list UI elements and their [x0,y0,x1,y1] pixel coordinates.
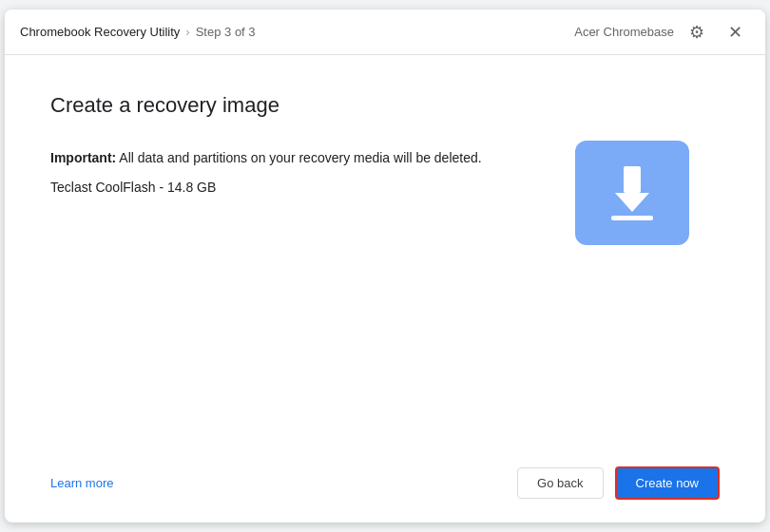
important-message: All data and partitions on your recovery… [116,150,481,165]
close-button[interactable]: ✕ [720,17,750,48]
close-icon: ✕ [728,22,742,43]
important-label: Important: [50,150,116,165]
app-window: Chromebook Recovery Utility › Step 3 of … [5,10,765,522]
device-name: Acer Chromebase [574,25,674,39]
footer: Learn more Go back Create now [5,451,765,522]
download-icon [611,166,653,220]
arrow-line [611,216,653,220]
breadcrumb-separator: › [185,25,189,39]
titlebar-right: Acer Chromebase ⚙ ✕ [574,17,750,48]
learn-more-link[interactable]: Learn more [50,476,113,490]
footer-buttons: Go back Create now [517,466,720,500]
arrow-shaft [624,166,641,193]
arrow-head [615,193,649,212]
step-indicator: Step 3 of 3 [196,25,256,39]
gear-icon: ⚙ [689,22,704,43]
go-back-button[interactable]: Go back [517,467,603,499]
titlebar-left: Chromebook Recovery Utility › Step 3 of … [20,25,256,39]
page-title: Create a recovery image [50,93,720,118]
settings-button[interactable]: ⚙ [682,17,712,48]
create-now-button[interactable]: Create now [615,466,720,500]
titlebar: Chromebook Recovery Utility › Step 3 of … [5,10,765,55]
main-content: Create a recovery image Important: All d… [5,55,765,451]
app-name: Chromebook Recovery Utility [20,25,180,39]
download-icon-container [575,141,689,245]
